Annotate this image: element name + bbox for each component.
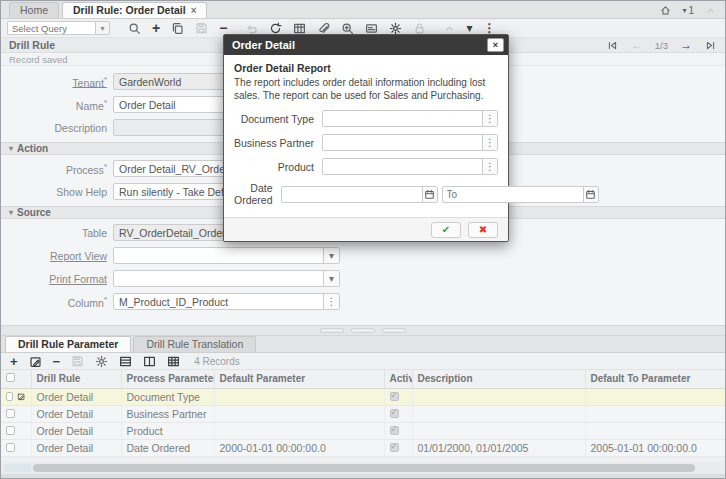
window-count[interactable]: ▾ 1 [682, 5, 694, 16]
report-view-row: Report View ▾ [1, 247, 725, 264]
tab-close-icon[interactable]: × [191, 5, 197, 16]
product-input[interactable] [323, 159, 482, 174]
detail-grid-icon[interactable] [166, 354, 181, 369]
splitter-grip[interactable] [351, 328, 375, 333]
bottom-strip [1, 474, 726, 478]
table-label: Table [1, 227, 113, 239]
table-row[interactable]: Order Detail Business Partner [1, 405, 726, 422]
document-type-kebab-icon[interactable]: ⋮ [482, 111, 497, 126]
dialog-heading: Order Detail Report [234, 62, 498, 74]
calendar-icon[interactable] [583, 187, 598, 202]
row-edit-pencil-icon[interactable] [17, 391, 25, 402]
col-default-parameter[interactable]: Default Parameter [214, 370, 384, 388]
collapse-toolbar-icon [443, 22, 456, 35]
table-row[interactable]: Order Detail Document Type [1, 388, 726, 405]
select-query-caret-icon[interactable]: ▾ [95, 21, 110, 35]
record-navigation: ← 1/3 → [606, 38, 717, 52]
detail-tab-bar: Drill Rule Parameter Drill Rule Translat… [1, 336, 725, 353]
date-ordered-from-input[interactable] [282, 187, 422, 202]
col-active[interactable]: Active [384, 370, 412, 388]
first-record-icon[interactable] [606, 39, 619, 52]
toolbar-caret-down-icon[interactable]: ▾ [465, 21, 473, 35]
active-checkbox [390, 409, 399, 418]
tenant-label[interactable]: Tenant* [1, 75, 113, 89]
col-description[interactable]: Description [412, 370, 585, 388]
detail-edit-icon[interactable] [28, 354, 43, 369]
splitter-grip[interactable] [320, 328, 344, 333]
col-process-parameter[interactable]: Process Parameter [121, 370, 214, 388]
record-count: 4 Records [194, 356, 240, 367]
confirm-button[interactable]: ✔ [431, 222, 461, 238]
toolbar-overflow-kebab-icon[interactable]: ⋮ [482, 21, 496, 35]
horizontal-scrollbar[interactable] [1, 462, 726, 474]
active-checkbox [390, 443, 399, 452]
column-field[interactable]: M_Product_ID_Product ⋮ [113, 293, 340, 310]
dialog-close-icon[interactable]: × [487, 38, 504, 52]
description-label: Description [1, 122, 113, 134]
table-row[interactable]: Order Detail Product [1, 422, 726, 439]
tab-home[interactable]: Home [9, 2, 59, 18]
select-query-combo: ▾ [7, 21, 110, 35]
row-checkbox[interactable] [6, 443, 15, 452]
column-kebab-icon[interactable]: ⋮ [323, 294, 339, 309]
detail-save-icon [70, 354, 85, 369]
row-checkbox[interactable] [6, 426, 15, 435]
parameter-grid: Drill Rule Process Parameter Default Par… [1, 370, 726, 457]
grid-header-row: Drill Rule Process Parameter Default Par… [1, 370, 726, 388]
select-all-header [1, 370, 31, 388]
product-kebab-icon[interactable]: ⋮ [482, 159, 497, 174]
detail-split-column-icon[interactable] [142, 354, 157, 369]
print-format-field[interactable]: ▾ [113, 270, 340, 287]
active-checkbox [390, 392, 399, 401]
panel-splitter[interactable] [1, 325, 725, 336]
collapse-chevron-up-icon[interactable] [704, 4, 717, 17]
last-record-icon[interactable] [704, 39, 717, 52]
detail-gear-icon[interactable] [94, 354, 109, 369]
row-checkbox[interactable] [6, 392, 13, 401]
business-partner-input[interactable] [323, 135, 482, 150]
next-record-icon[interactable]: → [679, 38, 693, 52]
print-format-label[interactable]: Print Format [1, 273, 113, 285]
detail-new-icon[interactable]: + [9, 354, 19, 369]
business-partner-kebab-icon[interactable]: ⋮ [482, 135, 497, 150]
show-help-label: Show Help [1, 186, 113, 198]
report-view-field[interactable]: ▾ [113, 247, 340, 264]
business-partner-label: Business Partner [234, 137, 322, 149]
section-caret-icon: ▾ [9, 144, 13, 153]
print-format-caret-icon[interactable]: ▾ [323, 271, 339, 286]
business-partner-field: ⋮ [322, 134, 498, 151]
product-field: ⋮ [322, 158, 498, 175]
new-record-icon[interactable]: + [151, 20, 161, 36]
home-icon[interactable] [659, 4, 672, 17]
find-icon[interactable] [127, 21, 142, 36]
cancel-button[interactable]: ✖ [468, 222, 498, 238]
select-query-input[interactable] [7, 21, 95, 35]
date-ordered-to-input[interactable] [443, 187, 583, 202]
table-row[interactable]: Order Detail Date Ordered 2000-01-01 00:… [1, 439, 726, 456]
report-view-caret-icon[interactable]: ▾ [323, 248, 339, 263]
detail-delete-icon[interactable]: − [52, 354, 62, 369]
tab-drill-rule-translation[interactable]: Drill Rule Translation [133, 336, 256, 352]
calendar-icon[interactable] [422, 187, 437, 202]
tab-drill-rule-parameter[interactable]: Drill Rule Parameter [5, 336, 131, 352]
row-checkbox[interactable] [6, 409, 15, 418]
window-tab-bar: Home Drill Rule: Order Detail × ▾ 1 [1, 1, 725, 19]
document-type-input[interactable] [323, 111, 482, 126]
report-view-label[interactable]: Report View [1, 250, 113, 262]
select-all-checkbox[interactable] [6, 373, 15, 382]
status-message: Record saved [9, 54, 68, 65]
tab-drill-rule[interactable]: Drill Rule: Order Detail × [62, 2, 207, 18]
save-icon [194, 21, 209, 36]
date-ordered-from-field [281, 186, 438, 203]
column-label: Column* [1, 295, 113, 309]
copy-record-icon[interactable] [170, 21, 185, 36]
scrollbar-thumb[interactable] [33, 464, 695, 472]
previous-record-icon: ← [630, 38, 644, 52]
splitter-grip[interactable] [382, 328, 406, 333]
detail-list-icon[interactable] [118, 354, 133, 369]
date-ordered-to-field [442, 186, 599, 203]
col-default-to-parameter[interactable]: Default To Parameter [585, 370, 726, 388]
col-drill-rule[interactable]: Drill Rule [31, 370, 121, 388]
check-icon: ✔ [442, 224, 450, 235]
dialog-titlebar[interactable]: Order Detail × [224, 35, 508, 55]
